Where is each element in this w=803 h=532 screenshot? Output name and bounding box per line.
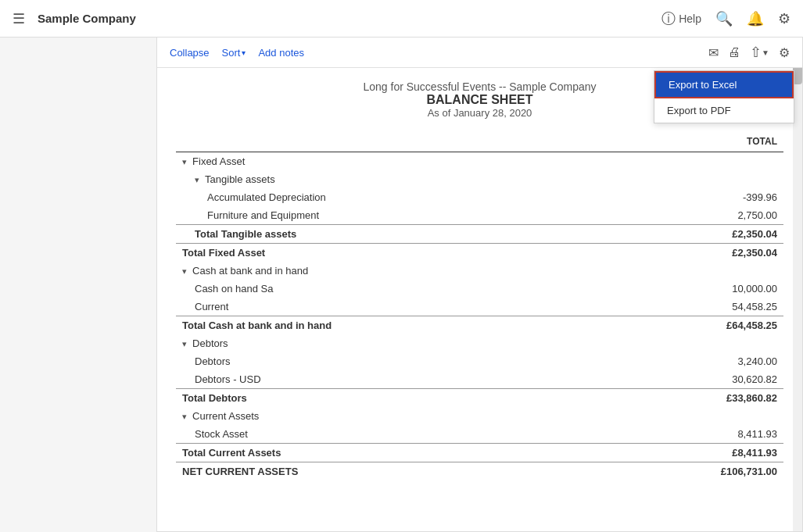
- total-column-header: TOTAL: [602, 131, 783, 152]
- row-amount: 2,750.00: [602, 206, 783, 225]
- row-amount: £33,860.82: [602, 389, 783, 408]
- report-settings-icon[interactable]: ⚙: [779, 45, 790, 60]
- table-row: Accumulated Depreciation-399.96: [176, 188, 783, 206]
- row-amount: [602, 407, 783, 425]
- row-label-text: Total Fixed Asset: [182, 247, 265, 259]
- row-label-text: Cash on hand Sa: [195, 283, 273, 295]
- row-label-text: Stock Asset: [195, 428, 248, 440]
- row-label-text: Cash at bank and in hand: [192, 265, 308, 277]
- row-label-text: Debtors - USD: [195, 373, 261, 385]
- row-label-text: Fixed Asset: [192, 155, 245, 167]
- table-row: Stock Asset8,411.93: [176, 425, 783, 444]
- sort-chevron-icon: ▾: [242, 48, 246, 57]
- table-row: Total Cash at bank and in hand£64,458.25: [176, 316, 783, 335]
- row-label: Accumulated Depreciation: [176, 188, 602, 206]
- row-label-text: Total Current Assets: [182, 447, 281, 459]
- help-label: Help: [679, 12, 701, 25]
- sort-button[interactable]: Sort ▾: [222, 47, 246, 59]
- row-label: Total Fixed Asset: [176, 244, 602, 262]
- row-label: Furniture and Equipment: [176, 206, 602, 225]
- row-amount: £64,458.25: [602, 316, 783, 335]
- export-icon[interactable]: ⇧: [750, 44, 762, 61]
- report-content: Long for Successful Events -- Sample Com…: [157, 68, 802, 493]
- row-label: NET CURRENT ASSETS: [176, 462, 602, 481]
- row-label: ▾ Fixed Asset: [176, 152, 602, 171]
- table-row: NET CURRENT ASSETS£106,731.00: [176, 462, 783, 481]
- row-amount: [602, 262, 783, 280]
- expand-chevron-icon[interactable]: ▾: [182, 339, 189, 348]
- row-label: Total Tangible assets: [176, 225, 602, 244]
- row-label-text: NET CURRENT ASSETS: [182, 466, 298, 477]
- row-label: Total Current Assets: [176, 444, 602, 462]
- row-amount: £2,350.04: [602, 225, 783, 244]
- row-label-text: Total Cash at bank and in hand: [182, 320, 332, 331]
- table-row: ▾ Tangible assets: [176, 170, 783, 188]
- row-label-text: Debtors: [195, 355, 231, 367]
- export-button-wrap[interactable]: ⇧ ▼: [750, 44, 769, 61]
- search-icon[interactable]: 🔍: [715, 10, 733, 27]
- expand-chevron-icon[interactable]: ▾: [182, 157, 189, 166]
- company-title: Sample Company: [38, 12, 661, 25]
- collapse-button[interactable]: Collapse: [170, 47, 210, 59]
- table-row: ▾ Cash at bank and in hand: [176, 262, 783, 280]
- table-row: Total Debtors£33,860.82: [176, 389, 783, 408]
- export-to-excel-button[interactable]: Export to Excel: [654, 71, 794, 98]
- row-label: Debtors - USD: [176, 370, 602, 389]
- nav-icons-group: ⓘ Help 🔍 🔔 ⚙: [661, 9, 790, 28]
- row-label: Debtors: [176, 352, 602, 370]
- print-icon[interactable]: 🖨: [728, 45, 740, 59]
- row-amount: [602, 334, 783, 352]
- row-amount: 3,240.00: [602, 352, 783, 370]
- sort-label: Sort: [222, 47, 241, 59]
- export-to-pdf-button[interactable]: Export to PDF: [654, 98, 794, 123]
- row-amount: -399.96: [602, 188, 783, 206]
- row-amount: 30,620.82: [602, 370, 783, 389]
- top-navigation: ☰ Sample Company ⓘ Help 🔍 🔔 ⚙: [0, 0, 803, 37]
- row-label-text: Tangible assets: [205, 173, 275, 185]
- table-row: Debtors - USD30,620.82: [176, 370, 783, 389]
- table-row: Total Current Assets£8,411.93: [176, 444, 783, 462]
- row-label-text: Current: [195, 301, 228, 312]
- left-panel: [0, 37, 156, 532]
- row-label-text: Accumulated Depreciation: [207, 191, 326, 203]
- email-icon[interactable]: ✉: [708, 45, 719, 60]
- main-content: Collapse Sort ▾ Add notes ✉ 🖨 ⇧ ▼ ⚙ Expo…: [0, 37, 803, 532]
- table-row: Debtors3,240.00: [176, 352, 783, 370]
- export-chevron-icon[interactable]: ▼: [762, 48, 769, 57]
- expand-chevron-icon[interactable]: ▾: [182, 266, 189, 276]
- table-row: ▾ Fixed Asset: [176, 152, 783, 171]
- row-amount: £106,731.00: [602, 462, 783, 481]
- row-label: Current: [176, 298, 602, 316]
- table-row: ▾ Debtors: [176, 334, 783, 352]
- table-row: ▾ Current Assets: [176, 407, 783, 425]
- export-dropdown: Export to Excel Export to PDF: [654, 70, 794, 123]
- table-header-row: TOTAL: [176, 131, 783, 152]
- bell-icon[interactable]: 🔔: [747, 10, 764, 27]
- row-amount: 8,411.93: [602, 425, 783, 444]
- add-notes-button[interactable]: Add notes: [258, 47, 304, 59]
- help-button[interactable]: ⓘ Help: [661, 9, 701, 28]
- toolbar-left: Collapse Sort ▾ Add notes: [170, 47, 708, 59]
- settings-icon[interactable]: ⚙: [778, 10, 790, 27]
- row-label: Stock Asset: [176, 425, 602, 444]
- expand-chevron-icon[interactable]: ▾: [182, 412, 189, 421]
- balance-sheet-table: TOTAL ▾ Fixed Asset▾ Tangible assetsAccu…: [176, 131, 783, 480]
- row-amount: £8,411.93: [602, 444, 783, 462]
- row-amount: 10,000.00: [602, 280, 783, 298]
- row-amount: [602, 152, 783, 171]
- row-label: Total Cash at bank and in hand: [176, 316, 602, 335]
- expand-chevron-icon[interactable]: ▾: [195, 175, 202, 184]
- report-toolbar: Collapse Sort ▾ Add notes ✉ 🖨 ⇧ ▼ ⚙ Expo…: [157, 37, 802, 68]
- report-container: Collapse Sort ▾ Add notes ✉ 🖨 ⇧ ▼ ⚙ Expo…: [156, 37, 803, 532]
- row-label: ▾ Cash at bank and in hand: [176, 262, 602, 280]
- table-row: Total Fixed Asset£2,350.04: [176, 244, 783, 262]
- row-amount: £2,350.04: [602, 244, 783, 262]
- row-label: Cash on hand Sa: [176, 280, 602, 298]
- label-column-header: [176, 131, 602, 152]
- row-label: Total Debtors: [176, 389, 602, 408]
- hamburger-icon[interactable]: ☰: [13, 10, 25, 27]
- table-row: Total Tangible assets£2,350.04: [176, 225, 783, 244]
- row-amount: 54,458.25: [602, 298, 783, 316]
- help-circle-icon: ⓘ: [661, 9, 676, 28]
- row-label-text: Current Assets: [192, 410, 259, 422]
